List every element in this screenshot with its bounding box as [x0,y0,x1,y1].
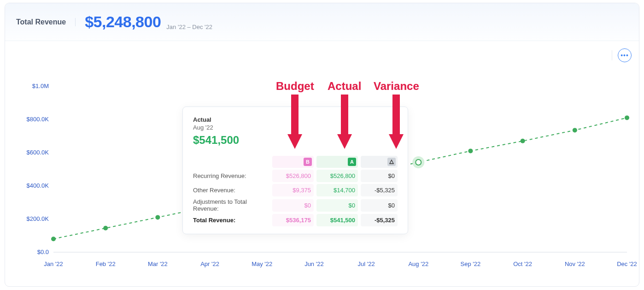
svg-text:Feb '22: Feb '22 [96,260,116,267]
svg-text:$600.0K: $600.0K [27,149,49,156]
cell-variance: -$5,325 [361,184,398,196]
cell-variance: $0 [361,199,398,212]
actual-column-header: A [316,156,358,168]
svg-text:Apr '22: Apr '22 [200,260,219,267]
card-header: Total Revenue $5,248,800 Jan '22 – Dec '… [5,3,639,41]
tooltip-month: Aug '22 [193,124,398,131]
cell-actual: $14,700 [316,184,358,196]
svg-text:Nov '22: Nov '22 [565,260,585,267]
svg-text:$200.0K: $200.0K [27,215,49,222]
svg-point-20 [103,226,108,231]
svg-point-29 [521,139,525,143]
svg-text:May '22: May '22 [252,260,272,267]
more-icon: ••• [621,52,629,59]
svg-text:$800.0K: $800.0K [27,116,49,123]
svg-text:Jun '22: Jun '22 [304,260,324,267]
chart-tooltip: Actual Aug '22 $541,500 B A Recurring Re… [182,107,408,234]
svg-text:Aug '22: Aug '22 [408,260,428,267]
cell-variance: $0 [361,170,398,182]
svg-point-21 [155,215,160,219]
tooltip-series-label: Actual [193,116,398,123]
variance-column-header [361,156,398,168]
cell-actual: $526,800 [316,170,358,182]
tooltip-breakdown-table: B A Recurring Revenue: $526,800 $526,800… [193,156,398,226]
svg-text:$0.0: $0.0 [37,249,49,255]
cell-budget: $9,375 [272,184,314,196]
svg-text:Jul '22: Jul '22 [358,260,375,267]
cell-budget: $0 [272,199,314,212]
metric-amount: $5,248,800 [85,13,161,31]
svg-point-28 [468,148,473,153]
divider [612,50,612,60]
row-label: Recurring Revenue: [193,172,269,179]
row-label: Adjustments to Total Revenue: [193,198,269,212]
cell-actual: $0 [316,199,358,212]
actual-badge-icon: A [348,158,356,166]
svg-text:Mar '22: Mar '22 [148,260,168,267]
cell-variance-total: -$5,325 [361,214,398,226]
budget-column-header: B [272,156,314,168]
cell-budget-total: $536,175 [272,214,314,226]
metric-date-range: Jan '22 – Dec '22 [166,24,212,41]
revenue-card: Total Revenue $5,248,800 Jan '22 – Dec '… [5,3,639,287]
svg-point-30 [573,128,577,132]
svg-text:Sep '22: Sep '22 [461,260,481,267]
svg-text:Dec '22: Dec '22 [617,260,637,267]
row-label: Other Revenue: [193,187,269,194]
row-label-total: Total Revenue: [193,217,269,224]
budget-badge-icon: B [304,158,312,166]
variance-badge-icon [387,158,396,166]
svg-text:$1.0M: $1.0M [32,83,49,89]
svg-point-19 [51,237,56,241]
cell-actual-total: $541,500 [316,214,358,226]
cell-budget: $526,800 [272,170,314,182]
card-actions: ••• [612,48,632,62]
svg-text:$400.0K: $400.0K [27,182,49,189]
svg-point-27 [416,160,421,165]
more-menu-button[interactable]: ••• [618,48,632,62]
svg-text:Jan '22: Jan '22 [44,260,63,267]
metric-title: Total Revenue [16,18,76,26]
tooltip-amount: $541,500 [193,134,398,147]
svg-text:Oct '22: Oct '22 [513,260,532,267]
svg-point-31 [625,115,629,120]
